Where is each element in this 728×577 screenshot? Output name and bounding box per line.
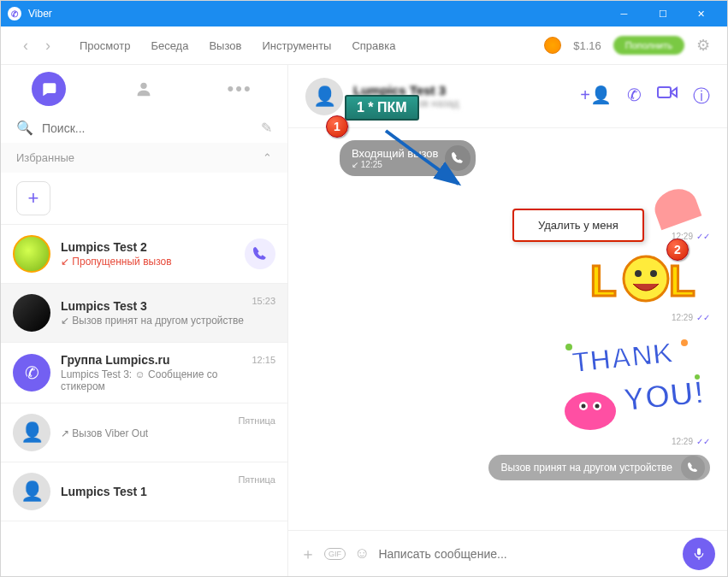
info-icon[interactable]: ⓘ <box>693 85 710 108</box>
avatar <box>13 235 50 273</box>
annotation-badge-2: 2 <box>666 238 689 261</box>
add-favorite-button[interactable]: + <box>16 181 50 215</box>
call-answered-bubble[interactable]: Вызов принят на другом устройстве <box>488 455 710 480</box>
chat-header-avatar[interactable]: 👤 <box>305 78 343 115</box>
nav-forward-button[interactable]: › <box>40 37 56 55</box>
favorites-label: Избранные <box>16 151 74 164</box>
svg-rect-17 <box>697 548 701 555</box>
svg-point-15 <box>681 339 688 346</box>
chat-subtitle: ↙ Пропущенный вызов <box>61 256 238 268</box>
close-button[interactable]: ✕ <box>682 1 720 26</box>
chat-time: Пятница <box>238 415 275 426</box>
nav-back-button[interactable]: ‹ <box>18 37 33 55</box>
svg-point-0 <box>141 83 147 89</box>
avatar <box>13 294 50 332</box>
microphone-button[interactable] <box>683 538 715 570</box>
phone-icon <box>253 247 267 261</box>
sidebar: ••• 🔍 ✎ Избранные ⌃ + Lumpics Test 2 ↙ П… <box>1 65 288 576</box>
composer: ＋ GIF ☺ <box>288 530 727 576</box>
voice-call-icon[interactable]: ✆ <box>627 85 642 108</box>
avatar: 👤 <box>13 473 50 510</box>
microphone-icon <box>692 547 706 561</box>
chat-time: Пятница <box>238 474 275 485</box>
favorites-header[interactable]: Избранные ⌃ <box>1 143 287 173</box>
topup-button[interactable]: Пополнить <box>613 36 684 55</box>
search-input[interactable] <box>42 121 252 135</box>
chat-time: 15:23 <box>252 296 275 306</box>
message-input[interactable] <box>378 547 674 561</box>
add-contact-icon[interactable]: +👤 <box>580 85 612 108</box>
avatar: 👤 <box>13 414 50 451</box>
chat-item-lumpics-test-1[interactable]: 👤 Lumpics Test 1 Пятница <box>1 462 287 521</box>
chat-name: Lumpics Test 1 <box>61 485 238 498</box>
app-title: Viber <box>28 8 52 20</box>
sticker-message-heart[interactable]: 12:29✓✓ <box>650 183 710 241</box>
svg-text:L: L <box>590 257 617 305</box>
maximize-button[interactable]: ☐ <box>643 1 682 26</box>
chevron-up-icon: ⌃ <box>263 151 272 164</box>
chat-subtitle: ↙ Вызов принят на другом устройстве <box>61 315 252 327</box>
svg-point-14 <box>565 344 572 350</box>
menu-view[interactable]: Просмотр <box>80 39 130 52</box>
chat-subtitle: ↗ Вызов Viber Out <box>61 427 238 439</box>
viber-logo-icon: ✆ <box>8 7 21 21</box>
messages-area: Входящий вызов ↙ 12:25 12:29✓✓ L L 12 <box>288 128 727 530</box>
chat-item-blurred[interactable]: 👤 ↗ Вызов Viber Out Пятница <box>1 403 287 462</box>
menu-chat[interactable]: Беседа <box>151 39 188 52</box>
sticker-message-lol[interactable]: L L 12:29✓✓ <box>590 244 710 322</box>
tab-more[interactable]: ••• <box>222 72 257 106</box>
balance-amount: $1.16 <box>573 39 601 52</box>
sticker-thank-you: THANK YOU! <box>547 326 710 437</box>
tab-chats[interactable] <box>32 72 66 106</box>
minimize-button[interactable]: ─ <box>605 1 643 26</box>
menu-tools[interactable]: Инструменты <box>262 39 331 52</box>
menu-call[interactable]: Вызов <box>209 39 241 52</box>
chat-item-group-lumpics[interactable]: ✆ Группа Lumpics.ru Lumpics Test 3: ☺ Со… <box>1 343 287 403</box>
chat-area: 👤 Lumpics Test 3 В сети 12 часов назад +… <box>288 65 727 576</box>
gif-icon[interactable]: GIF <box>324 548 346 560</box>
svg-point-4 <box>635 270 642 277</box>
chat-icon <box>40 80 57 97</box>
svg-rect-1 <box>658 87 671 97</box>
sticker-lol: L L <box>590 244 710 313</box>
chat-name: Lumpics Test 2 <box>61 240 238 254</box>
svg-point-7 <box>565 392 616 430</box>
phone-icon <box>681 456 705 480</box>
svg-point-3 <box>624 256 668 301</box>
call-button[interactable] <box>245 238 275 269</box>
call-answered-label: Вызов принят на другом устройстве <box>500 462 672 474</box>
svg-point-11 <box>595 404 600 409</box>
svg-text:THANK: THANK <box>571 336 676 379</box>
svg-text:YOU!: YOU! <box>621 374 706 418</box>
svg-point-10 <box>582 404 586 409</box>
attach-icon[interactable]: ＋ <box>300 544 316 564</box>
titlebar: ✆ Viber ─ ☐ ✕ <box>1 1 727 26</box>
sticker-heart-hands <box>650 183 710 230</box>
coin-icon <box>544 37 561 54</box>
svg-point-5 <box>650 270 657 277</box>
avatar: ✆ <box>13 354 50 392</box>
svg-point-16 <box>695 374 700 380</box>
chat-name: Группа Lumpics.ru <box>61 353 252 367</box>
tab-contacts[interactable] <box>127 72 161 106</box>
settings-icon[interactable]: ⚙ <box>696 36 710 55</box>
annotation-arrow-icon <box>377 122 471 199</box>
toolbar: ‹ › Просмотр Беседа Вызов Инструменты Сп… <box>1 26 727 65</box>
svg-text:L: L <box>669 257 695 305</box>
search-icon: 🔍 <box>16 120 33 136</box>
sticker-icon[interactable]: ☺ <box>354 545 370 562</box>
person-icon <box>134 79 153 98</box>
compose-icon[interactable]: ✎ <box>261 120 272 136</box>
context-menu-delete[interactable]: Удалить у меня <box>512 209 644 242</box>
video-call-icon[interactable] <box>657 85 678 108</box>
chat-item-lumpics-test-3[interactable]: Lumpics Test 3 ↙ Вызов принят на другом … <box>1 284 287 343</box>
chat-name: Lumpics Test 3 <box>61 299 252 313</box>
annotation-badge-1: 1 <box>326 115 348 138</box>
chat-item-lumpics-test-2[interactable]: Lumpics Test 2 ↙ Пропущенный вызов <box>1 225 287 284</box>
annotation-label: 1 * ПКМ <box>345 95 419 121</box>
sticker-message-thankyou[interactable]: THANK YOU! 12:29✓✓ <box>547 326 710 446</box>
chat-subtitle: Lumpics Test 3: ☺ Сообщение со стикером <box>61 368 252 392</box>
menu-help[interactable]: Справка <box>352 39 395 52</box>
chat-time: 12:15 <box>252 355 275 365</box>
